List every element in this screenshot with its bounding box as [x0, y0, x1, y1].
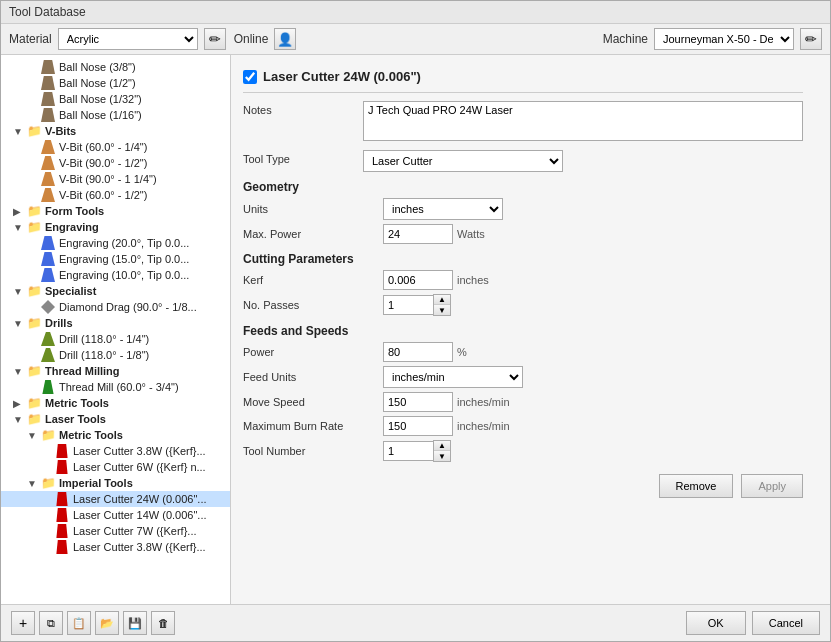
tree-item-engraving-10[interactable]: Engraving (10.0°, Tip 0.0... — [1, 267, 230, 283]
tree-item-diamond-drag[interactable]: Diamond Drag (90.0° - 1/8... — [1, 299, 230, 315]
ok-button[interactable]: OK — [686, 611, 746, 635]
tree-item-laser-imperial-group[interactable]: ▼ 📁 Imperial Tools — [1, 475, 230, 491]
no-passes-spinner: ▲ ▼ — [383, 294, 451, 316]
paste-button[interactable]: 📋 — [67, 611, 91, 635]
thread-milling-toggle[interactable]: ▼ — [13, 366, 27, 377]
material-select[interactable]: Acrylic — [58, 28, 198, 50]
tree-item-laser-3-8w-imp[interactable]: Laser Cutter 3.8W ({Kerf}... — [1, 539, 230, 555]
toolbar: Material Acrylic ✏ Online 👤 Machine Jour… — [1, 24, 830, 55]
tree-item-vbit-60-1-4[interactable]: V-Bit (60.0° - 1/4") — [1, 139, 230, 155]
vbits-toggle[interactable]: ▼ — [13, 126, 27, 137]
tool-type-label: Tool Type — [243, 150, 363, 165]
tree-item-laser-3-8w[interactable]: Laser Cutter 3.8W ({Kerf}... — [1, 443, 230, 459]
no-passes-label: No. Passes — [243, 299, 383, 311]
drills-toggle[interactable]: ▼ — [13, 318, 27, 329]
laser-icon — [55, 508, 71, 522]
tree-item-engraving-20[interactable]: Engraving (20.0°, Tip 0.0... — [1, 235, 230, 251]
tree-item-laser-metric-group[interactable]: ▼ 📁 Metric Tools — [1, 427, 230, 443]
save-button[interactable]: 💾 — [123, 611, 147, 635]
move-speed-input[interactable] — [383, 392, 453, 412]
tree-item-laser-24w[interactable]: Laser Cutter 24W (0.006"... — [1, 491, 230, 507]
tree-item-thread-mill[interactable]: Thread Mill (60.0° - 3/4") — [1, 379, 230, 395]
cancel-button[interactable]: Cancel — [752, 611, 820, 635]
max-power-input[interactable] — [383, 224, 453, 244]
group-icon: 📁 — [27, 412, 43, 426]
tree-item-ballnose-1-16[interactable]: Ball Nose (1/16") — [1, 107, 230, 123]
no-passes-down-button[interactable]: ▼ — [434, 305, 450, 315]
online-group: Online 👤 — [234, 28, 297, 50]
tree-item-laser-14w[interactable]: Laser Cutter 14W (0.006"... — [1, 507, 230, 523]
max-burn-rate-label: Maximum Burn Rate — [243, 420, 383, 432]
drill-icon — [41, 348, 57, 362]
delete-button[interactable]: 🗑 — [151, 611, 175, 635]
vbit-icon — [41, 156, 57, 170]
tree-item-laser-tools-group[interactable]: ▼ 📁 Laser Tools — [1, 411, 230, 427]
tool-header: Laser Cutter 24W (0.006") — [243, 63, 803, 93]
tree-item-drill-1-4[interactable]: Drill (118.0° - 1/4") — [1, 331, 230, 347]
kerf-row: Kerf inches — [243, 270, 803, 290]
tree-panel: Ball Nose (3/8") Ball Nose (1/2") Ball N… — [1, 55, 231, 604]
tree-item-ballnose-3-8[interactable]: Ball Nose (3/8") — [1, 59, 230, 75]
tool-enabled-checkbox[interactable] — [243, 70, 257, 84]
tool-type-select[interactable]: Laser Cutter — [363, 150, 563, 172]
tool-number-down-button[interactable]: ▼ — [434, 451, 450, 461]
move-speed-unit: inches/min — [457, 396, 510, 408]
tree-item-vbit-60-1-2[interactable]: V-Bit (60.0° - 1/2") — [1, 187, 230, 203]
tree-item-engraving-group[interactable]: ▼ 📁 Engraving — [1, 219, 230, 235]
tool-number-up-button[interactable]: ▲ — [434, 441, 450, 451]
material-group: Material Acrylic ✏ — [9, 28, 226, 50]
vbit-icon — [41, 188, 57, 202]
geometry-title: Geometry — [243, 180, 803, 194]
group-icon: 📁 — [27, 204, 43, 218]
tree-item-specialist-group[interactable]: ▼ 📁 Specialist — [1, 283, 230, 299]
units-select[interactable]: inches mm — [383, 198, 503, 220]
tool-number-spinner: ▲ ▼ — [383, 440, 451, 462]
add-button[interactable]: + — [11, 611, 35, 635]
tree-item-laser-7w[interactable]: Laser Cutter 7W ({Kerf}... — [1, 523, 230, 539]
material-edit-button[interactable]: ✏ — [204, 28, 226, 50]
laser-tools-toggle[interactable]: ▼ — [13, 414, 27, 425]
tree-item-drills-group[interactable]: ▼ 📁 Drills — [1, 315, 230, 331]
max-power-unit: Watts — [457, 228, 485, 240]
ballnose-icon — [41, 108, 57, 122]
tree-item-laser-6w[interactable]: Laser Cutter 6W ({Kerf} n... — [1, 459, 230, 475]
open-button[interactable]: 📂 — [95, 611, 119, 635]
tree-item-vbits-group[interactable]: ▼ 📁 V-Bits — [1, 123, 230, 139]
max-burn-rate-input[interactable] — [383, 416, 453, 436]
tree-item-metric-tools-group[interactable]: ▶ 📁 Metric Tools — [1, 395, 230, 411]
thread-icon — [41, 380, 57, 394]
power-row: Power % — [243, 342, 803, 362]
tree-item-ballnose-1-2[interactable]: Ball Nose (1/2") — [1, 75, 230, 91]
machine-edit-button[interactable]: ✏ — [800, 28, 822, 50]
notes-textarea[interactable]: J Tech Quad PRO 24W Laser — [363, 101, 803, 141]
copy-button[interactable]: ⧉ — [39, 611, 63, 635]
no-passes-up-button[interactable]: ▲ — [434, 295, 450, 305]
tool-number-input[interactable] — [383, 441, 433, 461]
power-input[interactable] — [383, 342, 453, 362]
apply-button[interactable]: Apply — [741, 474, 803, 498]
kerf-unit: inches — [457, 274, 489, 286]
tree-item-vbit-90-1-1-4[interactable]: V-Bit (90.0° - 1 1/4") — [1, 171, 230, 187]
tree-item-ballnose-1-32[interactable]: Ball Nose (1/32") — [1, 91, 230, 107]
form-tools-toggle[interactable]: ▶ — [13, 206, 27, 217]
tree-item-drill-1-8[interactable]: Drill (118.0° - 1/8") — [1, 347, 230, 363]
tree-item-vbit-90-1-2[interactable]: V-Bit (90.0° - 1/2") — [1, 155, 230, 171]
feed-units-select[interactable]: inches/min mm/min — [383, 366, 523, 388]
laser-imperial-toggle[interactable]: ▼ — [27, 478, 41, 489]
tree-item-form-tools-group[interactable]: ▶ 📁 Form Tools — [1, 203, 230, 219]
online-icon-button[interactable]: 👤 — [274, 28, 296, 50]
group-icon: 📁 — [41, 428, 57, 442]
metric-toggle[interactable]: ▶ — [13, 398, 27, 409]
tree-item-engraving-15[interactable]: Engraving (15.0°, Tip 0.0... — [1, 251, 230, 267]
engraving-icon — [41, 236, 57, 250]
laser-metric-toggle[interactable]: ▼ — [27, 430, 41, 441]
material-label: Material — [9, 32, 52, 46]
specialist-toggle[interactable]: ▼ — [13, 286, 27, 297]
tree-item-thread-milling-group[interactable]: ▼ 📁 Thread Milling — [1, 363, 230, 379]
machine-select[interactable]: Journeyman X-50 - De... — [654, 28, 794, 50]
engraving-toggle[interactable]: ▼ — [13, 222, 27, 233]
no-passes-input[interactable] — [383, 295, 433, 315]
kerf-input[interactable] — [383, 270, 453, 290]
tool-database-window: Tool Database Material Acrylic ✏ Online … — [0, 0, 831, 642]
remove-button[interactable]: Remove — [659, 474, 734, 498]
